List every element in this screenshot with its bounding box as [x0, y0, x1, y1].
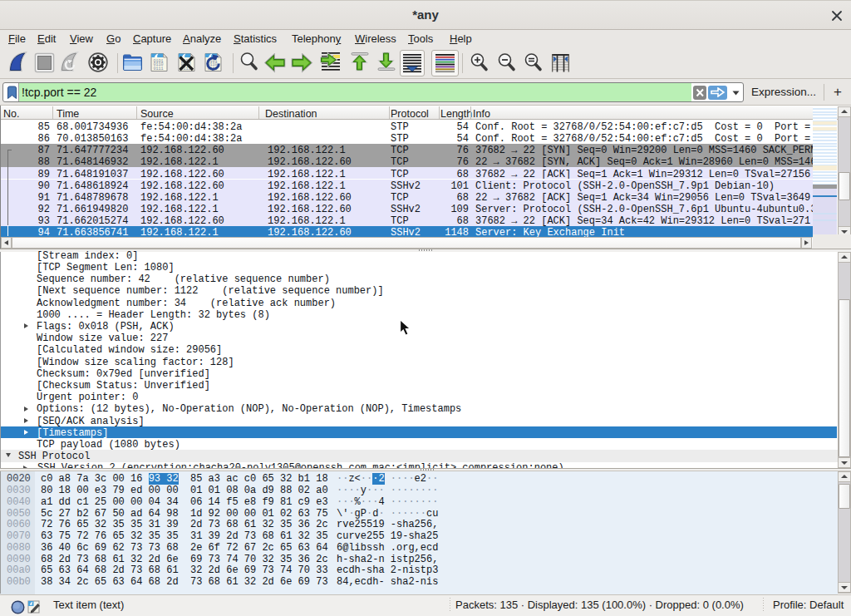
svg-text:0111: 0111 — [154, 67, 164, 71]
